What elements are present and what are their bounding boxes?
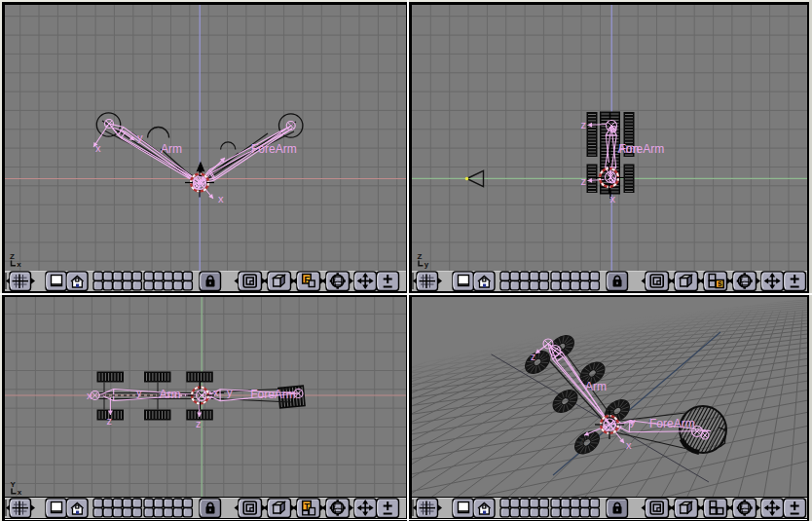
svg-text:y: y	[227, 387, 233, 398]
svg-text:x: x	[218, 193, 224, 205]
svg-text:z: z	[107, 415, 113, 427]
svg-text:Z: Z	[10, 252, 15, 261]
svg-text:x: x	[610, 193, 616, 205]
svg-text:x: x	[17, 260, 21, 269]
svg-text:x: x	[95, 142, 101, 154]
svg-text:z: z	[581, 119, 587, 130]
svg-text:z: z	[531, 352, 535, 362]
svg-text:ForeArm: ForeArm	[251, 142, 297, 156]
svg-text:Arm: Arm	[585, 380, 607, 393]
svg-text:x: x	[626, 439, 632, 451]
svg-text:y: y	[630, 416, 636, 428]
svg-text:ForeArm: ForeArm	[250, 388, 296, 401]
svg-text:s: s	[718, 279, 722, 288]
svg-text:y: y	[424, 260, 429, 269]
svg-text:z: z	[579, 434, 585, 446]
svg-text:x: x	[18, 488, 22, 497]
svg-text:Y: Y	[11, 480, 17, 489]
svg-text:Arm: Arm	[159, 388, 180, 401]
svg-text:Arm: Arm	[161, 142, 182, 156]
svg-text:z: z	[196, 418, 202, 429]
svg-text:ForeArm: ForeArm	[619, 142, 665, 156]
svg-text:y: y	[136, 387, 142, 398]
svg-text:Z: Z	[418, 252, 423, 261]
svg-text:z: z	[581, 175, 587, 187]
svg-text:x: x	[213, 387, 219, 398]
svg-text:y: y	[137, 131, 143, 143]
svg-text:x: x	[87, 390, 92, 401]
svg-text:ForeArm: ForeArm	[649, 417, 695, 430]
